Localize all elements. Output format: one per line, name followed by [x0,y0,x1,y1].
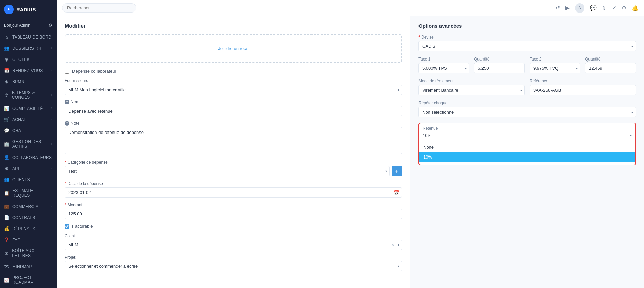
dropzone-label: Joindre un reçu [218,46,249,51]
devise-label: * Devise [418,35,636,40]
sidebar-item-boite-aux-lettres[interactable]: ✉ BOÎTE AUX LETTRES [0,245,57,261]
reglement-row: Mode de règlement Virement Bancaire ▾ Ré… [418,79,636,95]
history-icon[interactable]: ↺ [556,5,560,11]
search-input[interactable] [62,3,136,13]
topbar: ↺ ▶ A 💬 ⇧ ✓ ⚙ 🔔 [57,0,644,16]
chat-icon: 💬 [4,128,9,133]
chat-notification-icon[interactable]: 💬 [590,5,597,11]
checkmark-icon[interactable]: ✓ [612,5,616,11]
sidebar-item-achat[interactable]: 🛒 ACHAT › [0,114,57,125]
faq-icon: ❓ [4,237,9,242]
sidebar-item-estimate-request[interactable]: 📋 ESTIMATE REQUEST [0,185,57,201]
sidebar-label: RENDEZ-VOUS [12,68,43,73]
mode-reglement-select[interactable]: Virement Bancaire [418,85,525,95]
nom-input[interactable] [65,106,402,116]
sidebar-item-project-roadmap[interactable]: 📈 PROJECT ROADMAP [0,272,57,288]
chart-icon: 📊 [4,106,9,111]
sidebar-item-clients[interactable]: 👥 CLIENTS [0,174,57,185]
reference-input[interactable] [530,85,636,95]
categorie-select[interactable]: Test [65,166,390,176]
repeter-label: Répéter chaque [418,101,636,105]
file-dropzone[interactable]: Joindre un reçu [65,34,402,63]
sidebar-label: COMMERCIAL [12,204,41,209]
taxe2-select[interactable]: 9.975% TVQ [530,63,580,73]
repeter-group: Répéter chaque Non sélectionné ▾ [418,101,636,117]
time-icon: ⏱ [4,93,9,98]
person-icon: 👤 [4,155,9,160]
left-panel: Modifier Joindre un reçu Dépense collabo… [57,16,410,288]
sidebar-item-tableau-de-bord[interactable]: ⌂ TABLEAU DE BORD [0,31,57,43]
gear-icon[interactable]: ⚙ [622,5,626,11]
sidebar-item-dossiers-rh[interactable]: 👥 DOSSIERS RH › [0,43,57,54]
note-textarea[interactable]: Démonstration de retenue de dépense [65,127,402,154]
quantite1-group: Quantité [474,57,525,73]
roadmap-icon: 📈 [4,278,9,283]
building-icon: 🏢 [4,142,9,147]
sidebar-item-geotek[interactable]: ◉ GEOTEK [0,54,57,65]
sidebar-label: CONTRATS [12,215,35,220]
sidebar-item-chat[interactable]: 💬 CHAT [0,125,57,136]
date-input[interactable] [65,187,402,198]
mode-reglement-group: Mode de règlement Virement Bancaire ▾ [418,79,525,95]
sidebar-user[interactable]: Bonjour Admin ⚙ [0,19,57,31]
categorie-input-row: Test ▾ + [65,166,402,176]
sidebar-label: CLIENTS [12,177,30,182]
help-icon: ? [65,100,69,104]
calendar-icon: 📅 [393,190,399,195]
video-icon[interactable]: ▶ [565,5,570,11]
sidebar-item-faq[interactable]: ❓ FAQ [0,234,57,245]
right-panel: Options avancées * Devise CAD $ ▾ Taxe 1… [410,16,644,288]
sidebar-item-collaborateurs[interactable]: 👤 COLLABORATEURS [0,152,57,163]
bell-icon[interactable]: 🔔 [632,5,639,11]
quantite1-input[interactable] [474,63,525,73]
facturable-checkbox[interactable] [65,224,69,229]
sidebar-item-depenses[interactable]: 💰 DÉPENSES [0,223,57,234]
share-icon[interactable]: ⇧ [602,5,606,11]
depense-collaborateur-checkbox[interactable] [65,69,69,74]
logo-icon: ✦ [4,5,14,14]
commercial-icon: 💼 [4,204,9,209]
sidebar-item-f-temps[interactable]: ⏱ F. TEMPS & CONGÉS › [0,87,57,103]
main-content: Modifier Joindre un reçu Dépense collabo… [57,16,644,288]
devise-select[interactable]: CAD $ [418,41,636,51]
fournisseurs-select[interactable]: MLM Mon Logiciel mercantile [65,85,402,95]
projet-select[interactable]: Sélectionner et commencer à écrire [65,261,402,271]
avatar[interactable]: A [575,3,584,13]
fournisseurs-label: Fournisseurs [65,78,402,83]
taxe2-group: Taxe 2 9.975% TVQ ▾ [530,57,580,73]
sidebar-label: BOÎTE AUX LETTRES [12,248,52,258]
repeter-select[interactable]: Non sélectionné [418,107,636,117]
sidebar-label: BPMN [12,79,24,84]
app-logo: ✦ RADIUS [0,0,57,19]
add-categorie-button[interactable]: + [392,166,402,176]
diagram-icon: ◈ [4,79,9,84]
sidebar-item-bpmn[interactable]: ◈ BPMN [0,76,57,87]
montant-label: * Montant [65,202,402,207]
retenue-option-10pct[interactable]: 10% [419,152,635,162]
sidebar-item-rendez-vous[interactable]: 📅 RENDEZ-VOUS › [0,65,57,76]
clear-client-icon[interactable]: ✕ [391,243,394,247]
montant-input[interactable] [65,209,402,219]
sidebar-item-mindmap[interactable]: 🗺 MINDMAP [0,261,57,272]
retenue-option-none[interactable]: None [419,142,635,152]
sidebar-item-api[interactable]: ⚙ API › [0,163,57,174]
client-select[interactable]: MLM [65,240,402,250]
quantite2-input[interactable] [585,63,636,73]
sidebar-item-gestion-actifs[interactable]: 🏢 GESTION DES ACTIFS › [0,136,57,152]
taxe1-select[interactable]: 5.000% TPS [418,63,469,73]
retenue-select-row[interactable]: 10% ▾ [419,133,635,141]
sidebar-item-comptabilite[interactable]: 📊 COMPTABILITÉ › [0,103,57,114]
nom-group: ? Nom [65,100,402,116]
user-greeting: Bonjour Admin [4,23,30,28]
taxes-row: Taxe 1 5.000% TPS ▾ Quantité Taxe 2 9.97… [418,57,636,73]
taxe1-select-wrapper: 5.000% TPS ▾ [418,63,469,73]
sidebar-item-commercial[interactable]: 💼 COMMERCIAL › [0,201,57,212]
projet-select-wrapper: Sélectionner et commencer à écrire ▾ [65,261,402,271]
chevron-icon: › [51,46,52,50]
mode-reglement-label: Mode de règlement [418,79,525,83]
sidebar-item-contrats[interactable]: 📄 CONTRATS [0,212,57,223]
settings-icon[interactable]: ⚙ [48,23,52,28]
note-label: ? Note [65,121,402,126]
estimate-icon: 📋 [4,191,9,196]
categorie-label: * Catégorie de dépense [65,160,402,165]
